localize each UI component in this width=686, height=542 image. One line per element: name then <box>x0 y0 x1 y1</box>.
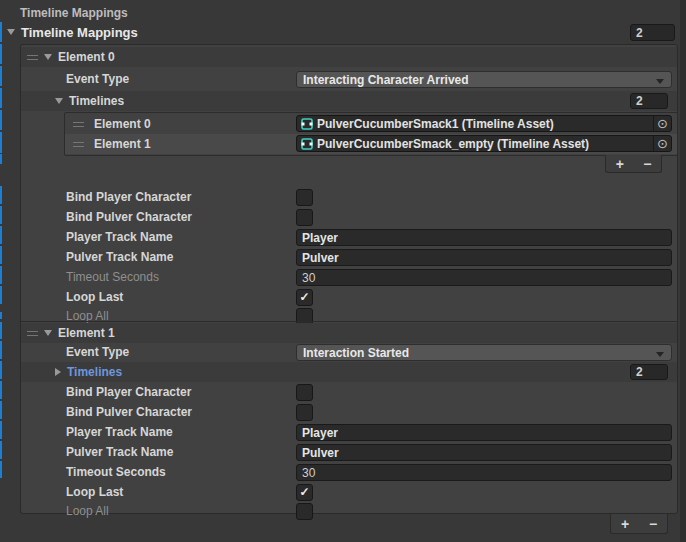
element0-header-row[interactable]: Element 0 <box>21 47 677 67</box>
element1-pulver-track-row: Pulver Track Name Pulver <box>21 442 677 462</box>
bind-pulver-label: Bind Pulver Character <box>66 210 192 224</box>
loop-all-label: Loop All <box>66 504 109 518</box>
element0-timeout-row: Timeout Seconds 30 <box>21 267 677 287</box>
element1-loop-all-row: Loop All <box>21 501 677 521</box>
timelines-list-footer: + − <box>605 155 662 173</box>
override-indicator <box>0 44 2 64</box>
timeline-item-row[interactable]: Element 1 PulverCucumberSmack_empty (Tim… <box>65 134 677 154</box>
element0-player-track-row: Player Track Name Player <box>21 227 677 247</box>
element0-event-type-row: Event Type Interacting Character Arrived <box>21 69 677 89</box>
loop-all-checkbox[interactable] <box>296 503 313 520</box>
list-title[interactable]: Timeline Mappings <box>21 25 138 40</box>
element1-header-row[interactable]: Element 1 <box>21 323 677 343</box>
foldout-open-icon[interactable] <box>44 330 52 336</box>
timelines-label[interactable]: Timelines <box>69 94 124 108</box>
element0-bind-player-row: Bind Player Character <box>21 187 677 207</box>
bind-player-label: Bind Player Character <box>66 190 191 204</box>
drag-handle-icon[interactable] <box>27 331 38 336</box>
timeline-item-row[interactable]: Element 0 PulverCucumberSmack1 (Timeline… <box>65 114 677 134</box>
bind-pulver-checkbox[interactable] <box>296 404 313 421</box>
timeline-asset-icon <box>301 138 313 150</box>
event-type-value: Interaction Started <box>303 346 409 360</box>
list-container: Element 0 Event Type Interacting Charact… <box>20 44 678 514</box>
object-picker-icon[interactable]: ⊙ <box>653 116 671 131</box>
property-label: Timeline Mappings <box>20 6 128 20</box>
override-indicator <box>0 401 2 419</box>
override-indicator <box>0 88 2 108</box>
override-indicator <box>0 226 2 244</box>
pulver-track-input[interactable]: Pulver <box>296 249 672 266</box>
timeline-item-label: Element 0 <box>94 117 151 131</box>
element0-timelines-header[interactable]: Timelines 2 <box>21 91 677 111</box>
timeout-input[interactable]: 30 <box>296 464 672 481</box>
remove-button[interactable]: − <box>634 156 660 172</box>
drag-handle-icon[interactable] <box>73 142 84 147</box>
loop-last-checkbox[interactable]: ✓ <box>296 484 313 501</box>
override-indicator <box>0 66 2 86</box>
pulver-track-label: Pulver Track Name <box>66 445 173 459</box>
override-indicator <box>0 381 2 399</box>
event-type-label: Event Type <box>66 345 129 359</box>
element0-title[interactable]: Element 0 <box>58 50 115 64</box>
unity-inspector-panel: Timeline Mappings Timeline Mappings 2 El… <box>0 0 686 542</box>
player-track-label: Player Track Name <box>66 230 173 244</box>
remove-element-button[interactable]: − <box>640 516 666 532</box>
element1-timelines-header[interactable]: Timelines 2 <box>21 362 677 382</box>
array-size-field[interactable]: 2 <box>630 24 675 41</box>
timeout-label: Timeout Seconds <box>66 270 159 284</box>
event-type-value: Interacting Character Arrived <box>303 73 469 87</box>
element1-title[interactable]: Element 1 <box>58 326 115 340</box>
drag-handle-icon[interactable] <box>73 122 84 127</box>
dropdown-arrow-icon <box>656 79 664 84</box>
override-indicator <box>0 154 2 164</box>
property-label-row: Timeline Mappings <box>0 3 686 23</box>
bind-pulver-checkbox[interactable] <box>296 209 313 226</box>
timeline-object-name: PulverCucumberSmack1 (Timeline Asset) <box>317 117 554 131</box>
override-indicator <box>0 341 2 359</box>
timelines-size-field[interactable]: 2 <box>630 93 668 109</box>
timeout-input[interactable]: 30 <box>296 269 672 286</box>
add-element-button[interactable]: + <box>612 516 638 532</box>
override-indicator <box>0 421 2 439</box>
override-indicator <box>0 206 2 224</box>
pulver-track-input[interactable]: Pulver <box>296 444 672 461</box>
player-track-label: Player Track Name <box>66 425 173 439</box>
bind-player-checkbox[interactable] <box>296 189 313 206</box>
loop-last-label: Loop Last <box>66 290 123 304</box>
foldout-open-icon[interactable] <box>44 54 52 60</box>
element0-loop-last-row: Loop Last ✓ <box>21 287 677 307</box>
timeout-label: Timeout Seconds <box>66 465 166 479</box>
override-indicator <box>0 266 2 284</box>
loop-last-checkbox[interactable]: ✓ <box>296 289 313 306</box>
timelines-label[interactable]: Timelines <box>67 365 122 379</box>
timeline-object-field[interactable]: PulverCucumberSmack_empty (Timeline Asse… <box>296 135 672 152</box>
override-indicator <box>0 246 2 264</box>
element1-bind-pulver-row: Bind Pulver Character <box>21 402 677 422</box>
timeline-object-field[interactable]: PulverCucumberSmack1 (Timeline Asset) ⊙ <box>296 115 672 132</box>
event-type-dropdown[interactable]: Interacting Character Arrived <box>296 71 672 88</box>
element1-event-type-row: Event Type Interaction Started <box>21 342 677 362</box>
add-button[interactable]: + <box>607 156 633 172</box>
override-indicator <box>0 461 2 478</box>
foldout-open-icon[interactable] <box>55 98 63 104</box>
override-indicator <box>0 110 2 130</box>
element1-bind-player-row: Bind Player Character <box>21 382 677 402</box>
override-indicator <box>0 286 2 304</box>
player-track-input[interactable]: Player <box>296 424 672 441</box>
timeline-asset-icon <box>301 118 313 130</box>
foldout-open-icon[interactable] <box>7 29 15 35</box>
foldout-closed-icon[interactable] <box>55 368 61 376</box>
object-picker-icon[interactable]: ⊙ <box>653 136 671 151</box>
event-type-dropdown[interactable]: Interaction Started <box>296 344 672 361</box>
timeline-object-name: PulverCucumberSmack_empty (Timeline Asse… <box>317 137 589 151</box>
list-footer: + − <box>610 514 668 534</box>
timelines-size-field[interactable]: 2 <box>630 364 668 380</box>
dropdown-arrow-icon <box>656 352 664 357</box>
inspector-right-gutter <box>680 0 686 542</box>
element1-timeout-row: Timeout Seconds 30 <box>21 462 677 482</box>
override-indicator <box>0 186 2 204</box>
element1-player-track-row: Player Track Name Player <box>21 422 677 442</box>
player-track-input[interactable]: Player <box>296 229 672 246</box>
bind-player-checkbox[interactable] <box>296 384 313 401</box>
drag-handle-icon[interactable] <box>27 55 38 60</box>
